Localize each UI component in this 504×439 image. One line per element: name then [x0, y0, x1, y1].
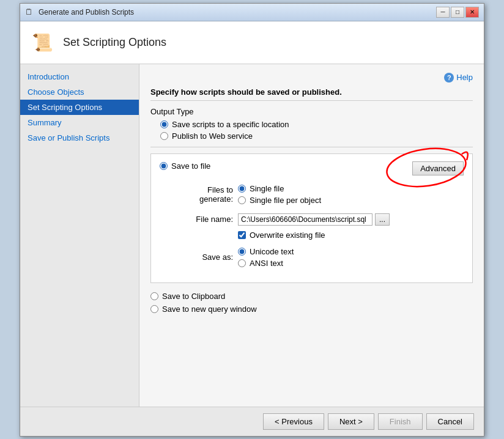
previous-button[interactable]: < Previous [263, 413, 324, 430]
single-file-radio[interactable]: Single file [238, 184, 321, 193]
header-icon: 📜 [30, 29, 54, 56]
file-input-row: ... [238, 213, 390, 226]
save-to-query-radio[interactable]: Save to new query window [150, 304, 473, 314]
single-file-per-object-radio[interactable]: Single file per object [238, 196, 321, 205]
save-to-file-input[interactable] [160, 162, 168, 170]
file-name-row: File name: ... [172, 213, 464, 226]
dialog-body: Introduction Choose Objects Set Scriptin… [20, 64, 484, 407]
radio-save-to-location[interactable]: Save scripts to a specific location [160, 120, 473, 129]
save-as-label: Save as: [172, 253, 233, 262]
save-to-clipboard-input[interactable] [150, 292, 158, 300]
save-to-file-radio[interactable]: Save to file [160, 161, 210, 171]
radio-publish-web-input[interactable] [160, 132, 168, 140]
bottom-section: Save to Clipboard Save to new query wind… [150, 292, 473, 314]
save-as-radio-group: Unicode text ANSI text [238, 245, 294, 270]
divider [150, 147, 473, 147]
radio-publish-web[interactable]: Publish to Web service [160, 131, 473, 141]
dialog-header: 📜 Set Scripting Options [20, 21, 484, 64]
file-name-input[interactable] [238, 213, 372, 226]
minimize-button[interactable]: ─ [436, 7, 450, 18]
window-title: Generate and Publish Scripts [39, 8, 134, 17]
help-row: ? Help [150, 73, 473, 83]
title-bar: 🗒 Generate and Publish Scripts ─ □ ✕ [20, 4, 484, 21]
title-bar-left: 🗒 Generate and Publish Scripts [25, 7, 134, 17]
sidebar: Introduction Choose Objects Set Scriptin… [20, 64, 139, 407]
dialog-footer: < Previous Next > Finish Cancel [20, 407, 484, 436]
output-type-label: Output Type [150, 107, 473, 116]
cancel-button[interactable]: Cancel [426, 413, 474, 430]
sidebar-item-choose-objects[interactable]: Choose Objects [20, 84, 139, 100]
single-file-input[interactable] [238, 185, 246, 193]
title-bar-controls: ─ □ ✕ [436, 7, 479, 18]
save-to-clipboard-radio[interactable]: Save to Clipboard [150, 292, 473, 301]
main-window: 🗒 Generate and Publish Scripts ─ □ ✕ 📜 S… [20, 3, 484, 437]
section-description: Specify how scripts should be saved or p… [150, 87, 473, 101]
save-to-file-row: Save to file Advanced [160, 161, 464, 175]
help-circle-icon: ? [444, 73, 454, 83]
save-as-row: Save as: Unicode text ANSI text [172, 245, 464, 270]
overwrite-checkbox-row[interactable]: Overwrite existing file [238, 231, 325, 240]
files-radio-group: Single file Single file per object [238, 182, 321, 207]
browse-button[interactable]: ... [375, 213, 390, 226]
unicode-input[interactable] [238, 248, 246, 256]
radio-save-location-input[interactable] [160, 120, 168, 128]
files-to-generate-row: Files to generate: Single file Single fi… [172, 182, 464, 207]
files-to-generate-label: Files to generate: [172, 185, 233, 204]
save-options-box: Save to file Advanced Files to generate:… [150, 153, 473, 283]
ansi-radio[interactable]: ANSI text [238, 259, 294, 268]
unicode-radio[interactable]: Unicode text [238, 247, 294, 256]
help-link[interactable]: ? Help [444, 73, 473, 83]
sidebar-item-summary[interactable]: Summary [20, 115, 139, 130]
next-button[interactable]: Next > [328, 413, 374, 430]
window-icon: 🗒 [25, 7, 35, 17]
ansi-input[interactable] [238, 259, 246, 267]
file-name-label: File name: [172, 215, 233, 224]
maximize-button[interactable]: □ [451, 7, 464, 18]
advanced-button[interactable]: Advanced [412, 161, 464, 175]
main-content: ? Help Specify how scripts should be sav… [139, 64, 484, 407]
files-to-generate-section: Files to generate: Single file Single fi… [172, 182, 464, 270]
overwrite-row: Overwrite existing file [238, 231, 464, 240]
sidebar-item-save-publish[interactable]: Save or Publish Scripts [20, 130, 139, 146]
close-button[interactable]: ✕ [465, 7, 479, 18]
sidebar-item-set-scripting-options[interactable]: Set Scripting Options [20, 100, 139, 115]
overwrite-checkbox[interactable] [238, 231, 246, 239]
single-file-per-object-input[interactable] [238, 196, 246, 204]
save-to-query-input[interactable] [150, 305, 158, 313]
header-title: Set Scripting Options [63, 36, 166, 49]
finish-button[interactable]: Finish [378, 413, 423, 430]
sidebar-item-introduction[interactable]: Introduction [20, 69, 139, 84]
